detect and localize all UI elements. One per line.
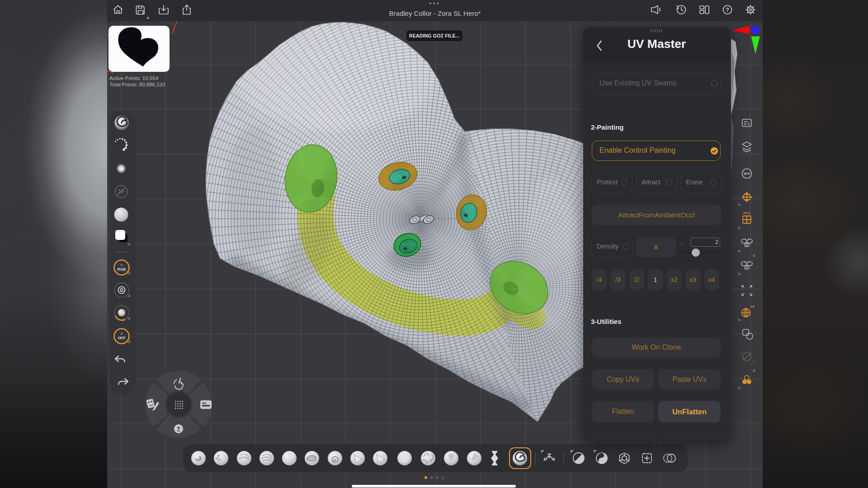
svg-text:BPR: BPR: [744, 172, 750, 175]
svg-text:M: M: [120, 263, 123, 267]
svg-text:OFF: OFF: [118, 336, 126, 340]
svg-text:D: D: [753, 254, 755, 257]
svg-text:D: D: [753, 369, 755, 372]
svg-text:LF: LF: [751, 305, 755, 308]
svg-text:RGB: RGB: [118, 267, 126, 272]
svg-text:XYZ: XYZ: [743, 211, 751, 215]
